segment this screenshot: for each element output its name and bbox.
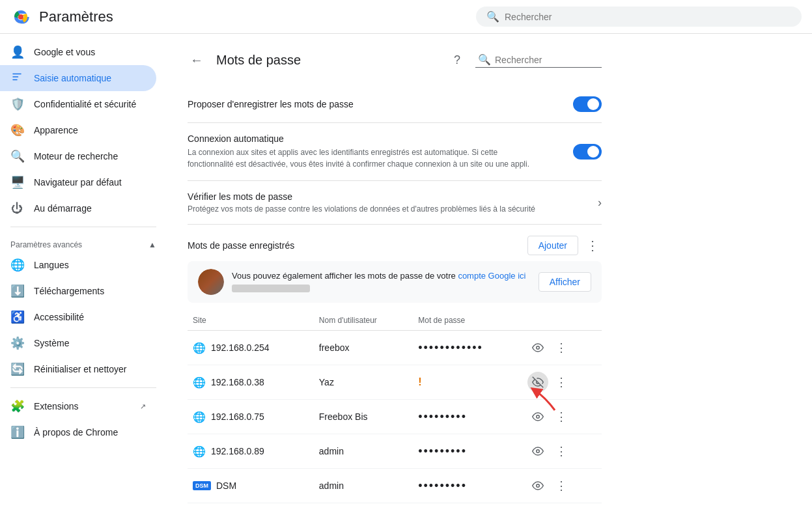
sidebar-item-extensions[interactable]: 🧩 Extensions ↗ xyxy=(0,393,156,419)
site-cell: 🌐192.168.0.254 xyxy=(193,342,309,354)
more-row-button[interactable]: ⋮ xyxy=(551,406,572,427)
sidebar-item-telechargements[interactable]: ⬇️ Téléchargements xyxy=(0,278,156,304)
site-name: 192.168.0.75 xyxy=(211,411,264,422)
more-options-button[interactable]: ⋮ xyxy=(583,235,602,256)
svg-point-8 xyxy=(537,450,540,453)
sidebar-item-apparence[interactable]: 🎨 Apparence xyxy=(0,117,156,143)
sidebar-item-navigateur[interactable]: 🖥️ Navigateur par défaut xyxy=(0,169,156,195)
main-layout: 👤 Google et vous Saisie automatique 🛡️ C… xyxy=(0,34,812,515)
google-account-row: Vous pouvez également afficher les mots … xyxy=(188,261,602,303)
password-cell: ••••••••• xyxy=(413,503,522,516)
add-password-button[interactable]: Ajouter xyxy=(527,236,578,255)
panel-search-icon: 🔍 xyxy=(478,53,491,66)
eye-button-disabled[interactable] xyxy=(527,372,548,393)
more-row-button[interactable]: ⋮ xyxy=(551,510,572,515)
gear-icon: ⚙️ xyxy=(10,336,23,350)
eye-button[interactable] xyxy=(527,337,548,358)
toggle-slider-2 xyxy=(573,144,602,160)
eye-button[interactable] xyxy=(527,406,548,427)
more-row-button[interactable]: ⋮ xyxy=(551,337,572,358)
site-cell: 🌐192.168.0.89 xyxy=(193,445,309,458)
person-icon: 👤 xyxy=(10,45,23,59)
sidebar-item-label: Google et vous xyxy=(34,47,95,57)
sidebar-item-langues[interactable]: 🌐 Langues xyxy=(0,252,156,278)
advanced-label-text: Paramètres avancés xyxy=(10,240,82,249)
panel-title: Mots de passe xyxy=(216,53,301,68)
sidebar-item-label: Navigateur par défaut xyxy=(34,177,122,188)
sidebar-item-demarrage[interactable]: ⏻ Au démarrage xyxy=(0,195,156,221)
reset-icon: 🔄 xyxy=(10,362,23,376)
more-row-button[interactable]: ⋮ xyxy=(551,372,572,393)
password-table: Site Nom d'utilisateur Mot de passe 🌐192… xyxy=(188,313,602,515)
more-row-button[interactable]: ⋮ xyxy=(551,441,572,462)
password-table-body: 🌐192.168.0.254freebox•••••••••••• ⋮ 🌐192… xyxy=(188,331,602,516)
svg-rect-4 xyxy=(12,79,18,80)
proposer-setting-label: Proposer d'enregistrer les mots de passe xyxy=(188,99,573,109)
connexion-toggle[interactable] xyxy=(573,144,602,160)
saved-passwords-actions: Ajouter ⋮ xyxy=(527,235,602,256)
password-panel: ← Mots de passe ? 🔍 Proposer d'enregistr… xyxy=(167,34,623,515)
eye-button[interactable] xyxy=(527,510,548,515)
globe-icon: 🌐 xyxy=(10,258,23,272)
sidebar-item-systeme[interactable]: ⚙️ Système xyxy=(0,330,156,356)
sidebar-item-saisie[interactable]: Saisie automatique xyxy=(0,65,156,91)
top-search-box[interactable]: 🔍 xyxy=(476,7,802,27)
connexion-setting-content: Connexion automatique La connexion aux s… xyxy=(188,133,573,170)
more-row-button[interactable]: ⋮ xyxy=(551,475,572,496)
svg-point-1 xyxy=(18,14,23,20)
password-cell: ••••••••• xyxy=(413,400,522,434)
sidebar-item-confidentialite[interactable]: 🛡️ Confidentialité et sécurité xyxy=(0,91,156,117)
eye-button[interactable] xyxy=(527,441,548,462)
page-title: Paramètres xyxy=(39,8,113,25)
sidebar-item-google[interactable]: 👤 Google et vous xyxy=(0,39,156,65)
globe-icon: 🌐 xyxy=(193,342,206,354)
download-icon: ⬇️ xyxy=(10,284,23,298)
sidebar-item-accessibilite[interactable]: ♿ Accessibilité xyxy=(0,304,156,330)
sidebar-item-label: Au démarrage xyxy=(34,203,92,214)
help-button[interactable]: ? xyxy=(447,49,468,70)
globe-icon: 🌐 xyxy=(193,376,206,389)
password-warning: ! xyxy=(418,376,421,387)
table-row: 🌐192.168.0.75Freebox Bis••••••••• ⋮ xyxy=(188,400,602,434)
globe-icon: 🌐 xyxy=(193,411,206,423)
proposer-toggle[interactable] xyxy=(573,96,602,112)
top-search-input[interactable] xyxy=(505,12,791,22)
site-cell: 🌐192.168.0.75 xyxy=(193,411,309,423)
action-cell: ⋮ xyxy=(522,400,602,434)
account-link[interactable]: compte Google ici xyxy=(458,271,525,281)
back-button[interactable]: ← xyxy=(188,50,206,70)
sidebar: 👤 Google et vous Saisie automatique 🛡️ C… xyxy=(0,34,167,515)
sidebar-item-moteur[interactable]: 🔍 Moteur de recherche xyxy=(0,143,156,169)
palette-icon: 🎨 xyxy=(10,123,23,137)
account-text: Vous pouvez également afficher les mots … xyxy=(232,270,531,283)
panel-search-input[interactable] xyxy=(495,55,599,65)
svg-rect-3 xyxy=(12,76,18,77)
search-icon: 🔍 xyxy=(10,149,23,163)
site-column-header: Site xyxy=(188,313,314,331)
sidebar-item-apropos[interactable]: ℹ️ À propos de Chrome xyxy=(0,419,156,445)
username-column-header: Nom d'utilisateur xyxy=(314,313,413,331)
action-buttons: ⋮ xyxy=(527,441,596,462)
password-table-header: Site Nom d'utilisateur Mot de passe xyxy=(188,313,602,331)
password-cell: ! xyxy=(413,365,522,400)
site-cell: DSMDSM xyxy=(193,480,309,491)
site-name: 192.168.0.254 xyxy=(211,342,270,353)
verify-row[interactable]: Vérifier les mots de passe Protégez vos … xyxy=(188,181,602,225)
afficher-button[interactable]: Afficher xyxy=(539,272,591,292)
sidebar-item-label: Moteur de recherche xyxy=(34,151,118,161)
password-dots: ••••••••• xyxy=(418,445,467,458)
panel-search-box[interactable]: 🔍 xyxy=(475,52,602,68)
content-area: ← Mots de passe ? 🔍 Proposer d'enregistr… xyxy=(167,34,812,515)
actions-column-header xyxy=(522,313,602,331)
action-buttons: ⋮ xyxy=(527,475,596,496)
sidebar-item-label: Apparence xyxy=(34,125,78,135)
eye-button[interactable] xyxy=(527,475,548,496)
username-cell: Yaz xyxy=(314,365,413,400)
password-dots: ••••••••• xyxy=(418,410,467,423)
table-row: DSMDSMadmin••••••••• ⋮ xyxy=(188,469,602,503)
connexion-setting-row: Connexion automatique La connexion aux s… xyxy=(188,123,602,181)
monitor-icon: 🖥️ xyxy=(10,175,23,189)
power-icon: ⏻ xyxy=(10,202,23,216)
sidebar-item-reinitialiser[interactable]: 🔄 Réinitialiser et nettoyer xyxy=(0,356,156,382)
panel-header-right: ? 🔍 xyxy=(447,49,602,70)
